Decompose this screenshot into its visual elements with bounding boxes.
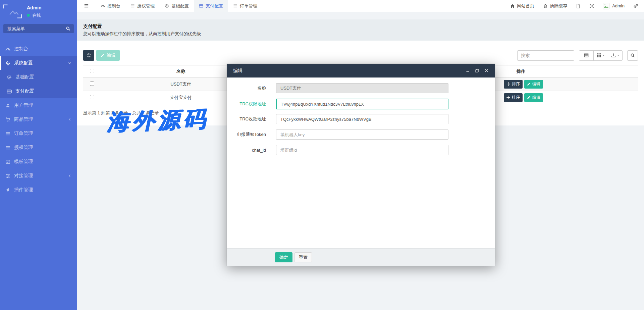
search-icon[interactable] (66, 26, 70, 31)
gear-icon (165, 4, 169, 8)
sidebar-item-auth-management[interactable]: 授权管理 (0, 141, 77, 155)
tab-label: 控制台 (107, 3, 120, 9)
clear-cache-link[interactable]: 清除缓存 (543, 3, 567, 9)
sort-button-label: 排序 (512, 81, 520, 87)
sort-drag-button[interactable]: 排序 (504, 80, 523, 89)
row-edit-button[interactable]: 编辑 (524, 80, 543, 89)
toolbar-right (517, 50, 638, 61)
list-icon (5, 131, 10, 136)
row-edit-button[interactable]: 编辑 (524, 93, 543, 102)
chat-id-field[interactable] (276, 145, 448, 155)
form-row-chat-id: chat_id (227, 145, 495, 155)
sidebar-item-payment-config[interactable]: 支付配置 (0, 84, 77, 98)
credit-card-icon (7, 89, 12, 94)
sidebar-item-label: 插件管理 (14, 187, 33, 193)
sidebar-item-order-management[interactable]: 订单管理 (0, 126, 77, 141)
close-icon (484, 68, 489, 73)
sliders-icon (5, 173, 10, 178)
chevron-left-icon (68, 117, 72, 121)
dialog-body: 名称 TRC权限地址 TRC收款地址 电报通知Token chat_id (227, 78, 495, 248)
clear-cache-label: 清除缓存 (550, 3, 567, 9)
field-label: 名称 (227, 85, 266, 91)
reset-button[interactable]: 重置 (294, 252, 312, 262)
home-icon (510, 4, 515, 8)
edit-selected-button[interactable]: 编辑 (96, 50, 120, 61)
search-icon (630, 53, 635, 58)
tab-label: 订单管理 (240, 3, 257, 9)
select-all-checkbox[interactable] (90, 69, 94, 73)
chevron-down-icon (68, 61, 72, 65)
sidebar-item-label: 订单管理 (14, 131, 33, 137)
edit-dialog: 编辑 名称 TRC权限地址 TRC收款地址 电报通知Token chat_id (227, 64, 495, 266)
window-controls (466, 68, 489, 73)
cogs-icon (633, 4, 638, 8)
sidebar-item-template-management[interactable]: 模板管理 (0, 155, 77, 169)
tab-base-config[interactable]: 基础配置 (160, 0, 194, 12)
close-button[interactable] (484, 68, 489, 73)
field-label: chat_id (227, 148, 266, 153)
sidebar-item-plugin-management[interactable]: 插件管理 (0, 183, 77, 197)
move-icon (506, 96, 510, 99)
file-shortcut-button[interactable] (576, 4, 581, 8)
caret-down-icon (602, 54, 605, 57)
menu-search-input[interactable] (3, 24, 74, 33)
page-header: 支付配置 您可以拖动操作栏中的排序按钮，从而控制用户支付的优先级 (77, 19, 644, 41)
refresh-button[interactable] (83, 50, 94, 61)
status-label: 在线 (32, 12, 41, 18)
sidebar-user-name: Admin (27, 5, 42, 11)
sidebar-item-base-config[interactable]: 基础配置 (0, 70, 77, 84)
row-checkbox[interactable] (90, 95, 94, 99)
fullscreen-button[interactable] (589, 4, 594, 8)
pencil-icon (101, 53, 105, 57)
detail-view-button[interactable] (579, 50, 594, 61)
template-icon (5, 159, 10, 164)
sidebar-item-label: 模板管理 (14, 159, 33, 165)
chevron-left-icon (68, 174, 72, 178)
form-row-trc-receive-address: TRC收款地址 (227, 114, 495, 124)
minimize-button[interactable] (466, 68, 470, 73)
sidebar-item-goods-management[interactable]: 商品管理 (0, 112, 77, 126)
sidebar-item-integration-management[interactable]: 对接管理 (0, 169, 77, 183)
site-home-link[interactable]: 网站首页 (510, 3, 534, 9)
columns-button[interactable] (593, 50, 608, 61)
sidebar-item-user-management[interactable]: 用户管理 (0, 98, 77, 112)
admin-menu[interactable]: Admin (603, 3, 625, 9)
dialog-titlebar[interactable]: 编辑 (227, 64, 495, 78)
table-toolbar: 编辑 (83, 50, 638, 61)
sidebar-item-console[interactable]: 控制台 (0, 42, 77, 56)
trc-auth-address-field[interactable] (276, 99, 448, 109)
confirm-button[interactable]: 确定 (275, 252, 292, 262)
table-view-button-group (579, 50, 623, 61)
gear-icon (7, 75, 12, 80)
form-row-name: 名称 (227, 83, 495, 93)
gauge-icon (5, 47, 10, 52)
telegram-token-field[interactable] (276, 130, 448, 140)
top-navbar: 控制台 授权管理 基础配置 支付配置 订单管理 网站首页 清除缓存 (77, 0, 644, 12)
sort-drag-button[interactable]: 排序 (504, 93, 523, 102)
tab-label: 授权管理 (137, 3, 155, 9)
search-toggle-button[interactable] (627, 50, 638, 61)
tab-payment-config[interactable]: 支付配置 (194, 0, 228, 12)
table-search-input[interactable] (517, 50, 574, 61)
sidebar-item-label: 授权管理 (14, 145, 33, 151)
admin-label: Admin (612, 3, 625, 8)
tab-order-management[interactable]: 订单管理 (228, 0, 262, 12)
tab-auth-management[interactable]: 授权管理 (125, 0, 160, 12)
tab-console[interactable]: 控制台 (96, 0, 125, 12)
field-label: TRC收款地址 (227, 116, 266, 122)
user-icon (5, 103, 10, 108)
settings-button[interactable] (633, 4, 638, 8)
pencil-icon (527, 82, 531, 86)
sidebar-item-label: 基础配置 (15, 74, 34, 80)
export-button[interactable] (608, 50, 623, 61)
sidebar-toggle-button[interactable] (77, 0, 96, 12)
expand-icon (589, 4, 594, 8)
row-checkbox[interactable] (90, 82, 94, 86)
form-row-telegram-token: 电报通知Token (227, 130, 495, 140)
sidebar-item-system-config[interactable]: 系统配置 (0, 56, 77, 70)
sidebar-item-label: 对接管理 (14, 173, 33, 179)
dialog-title: 编辑 (233, 68, 243, 74)
gear-icon (5, 61, 10, 66)
trc-receive-address-field[interactable] (276, 114, 448, 124)
maximize-button[interactable] (475, 68, 479, 73)
